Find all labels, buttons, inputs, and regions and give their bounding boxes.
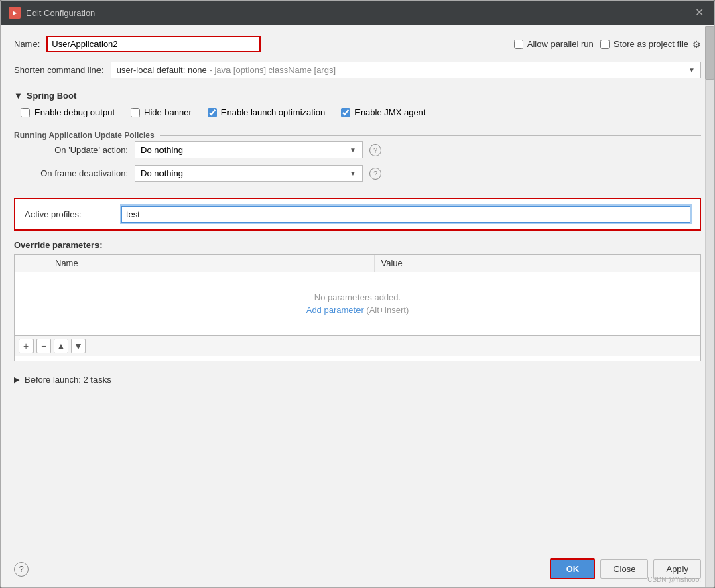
override-title: Override parameters: — [14, 240, 701, 250]
shorten-dropdown-arrow: ▼ — [688, 66, 695, 74]
update-dropdown-arrow: ▼ — [350, 146, 356, 154]
allow-parallel-row: Allow parallel run — [514, 39, 594, 49]
enable-debug-label: Enable debug output — [34, 107, 115, 117]
add-row-button[interactable]: + — [19, 339, 34, 353]
spring-boot-label: Spring Boot — [27, 91, 76, 101]
store-as-project-label: Store as project file — [614, 39, 688, 49]
frame-deactivation-help-icon[interactable]: ? — [369, 168, 381, 180]
dialog-title: Edit Configuration — [26, 8, 687, 18]
add-param-hint: (Alt+Insert) — [364, 305, 409, 315]
spring-boot-header: ▼ Spring Boot — [14, 91, 701, 101]
add-parameter-link[interactable]: Add parameter — [306, 305, 364, 315]
before-launch-label: Before launch: 2 tasks — [25, 375, 111, 385]
spring-boot-collapse-icon[interactable]: ▼ — [14, 91, 23, 101]
ok-button[interactable]: OK — [550, 558, 596, 579]
frame-dropdown-arrow: ▼ — [350, 170, 356, 177]
policies-title: Running Application Update Policies — [14, 131, 701, 140]
app-icon: ▶ — [9, 7, 21, 19]
hide-banner-label: Hide banner — [144, 107, 192, 117]
gear-icon[interactable]: ⚙ — [692, 39, 701, 50]
frame-deactivation-value: Do nothing — [141, 168, 183, 178]
shorten-dropdown[interactable]: user-local default: none - java [options… — [111, 62, 701, 78]
allow-parallel-label: Allow parallel run — [527, 39, 594, 49]
store-as-project-checkbox[interactable] — [600, 40, 610, 49]
before-launch-expand-icon: ▶ — [14, 375, 19, 384]
update-action-dropdown[interactable]: Do nothing ▼ — [135, 141, 363, 158]
before-launch-section[interactable]: ▶ Before launch: 2 tasks — [14, 371, 701, 389]
frame-deactivation-row: On frame deactivation: Do nothing ▼ ? — [14, 165, 701, 182]
dialog-footer: ? OK Close Apply — [1, 550, 714, 587]
spring-boot-options: Enable debug output Hide banner Enable l… — [14, 107, 701, 117]
active-profiles-section: Active profiles: — [14, 198, 701, 231]
enable-jmx-label: Enable JMX agent — [354, 107, 426, 117]
frame-deactivation-dropdown[interactable]: Do nothing ▼ — [135, 165, 363, 182]
add-parameter-row: Add parameter (Alt+Insert) — [306, 305, 409, 315]
active-profiles-input[interactable] — [121, 206, 690, 223]
parameters-table: Name Value No parameters added. Add para… — [14, 254, 701, 361]
update-action-label: On 'Update' action: — [14, 145, 128, 155]
enable-debug-checkbox[interactable] — [21, 108, 30, 117]
policies-section: Running Application Update Policies On '… — [14, 127, 701, 188]
enable-jmx-checkbox[interactable] — [341, 108, 350, 117]
scrollbar-thumb[interactable] — [705, 26, 714, 80]
footer-help-icon[interactable]: ? — [14, 562, 29, 577]
shorten-dropdown-text: user-local default: none - java [options… — [117, 65, 336, 75]
enable-launch-checkbox[interactable] — [208, 108, 217, 117]
shorten-command-row: Shorten command line: user-local default… — [14, 62, 701, 78]
table-toolbar: + − ▲ ▼ — [15, 335, 700, 356]
name-input[interactable] — [46, 36, 261, 52]
hide-banner-checkbox[interactable] — [131, 108, 140, 117]
title-bar: ▶ Edit Configuration ✕ — [1, 1, 714, 25]
move-up-button[interactable]: ▲ — [54, 339, 68, 353]
table-col-number — [15, 255, 48, 272]
allow-parallel-checkbox[interactable] — [514, 40, 523, 49]
update-action-help-icon[interactable]: ? — [369, 144, 381, 156]
hide-banner-row: Hide banner — [131, 107, 192, 117]
footer-left: ? — [14, 562, 29, 577]
close-button[interactable]: Close — [600, 559, 648, 579]
enable-debug-row: Enable debug output — [21, 107, 115, 117]
enable-launch-label: Enable launch optimization — [221, 107, 325, 117]
frame-deactivation-label: On frame deactivation: — [14, 168, 128, 178]
table-header: Name Value — [15, 255, 700, 272]
edit-configuration-dialog: ▶ Edit Configuration ✕ Name: Allow paral… — [0, 0, 715, 588]
update-action-row: On 'Update' action: Do nothing ▼ ? — [14, 141, 701, 158]
spring-boot-section: ▼ Spring Boot Enable debug output Hide b… — [14, 88, 701, 117]
close-icon[interactable]: ✕ — [692, 6, 706, 19]
move-down-button[interactable]: ▼ — [71, 339, 86, 353]
shorten-label: Shorten command line: — [14, 65, 104, 75]
name-row: Name: Allow parallel run Store as projec… — [14, 36, 701, 52]
enable-launch-row: Enable launch optimization — [208, 107, 325, 117]
remove-row-button[interactable]: − — [36, 339, 51, 353]
active-profiles-label: Active profiles: — [25, 209, 112, 219]
table-empty-state: No parameters added. Add parameter (Alt+… — [15, 272, 700, 335]
update-action-value: Do nothing — [141, 145, 183, 155]
scrollbar[interactable] — [705, 26, 714, 587]
store-as-project-row: Store as project file ⚙ — [600, 39, 701, 50]
svg-text:▶: ▶ — [13, 10, 17, 16]
table-col-value: Value — [375, 255, 701, 272]
name-label: Name: — [14, 39, 40, 49]
empty-message: No parameters added. — [314, 292, 401, 302]
dialog-content: Name: Allow parallel run Store as projec… — [1, 25, 714, 550]
watermark: CSDN @Yishooo. — [647, 576, 701, 583]
override-parameters-section: Override parameters: Name Value No param… — [14, 240, 701, 361]
enable-jmx-row: Enable JMX agent — [341, 107, 426, 117]
table-col-name: Name — [48, 255, 375, 272]
